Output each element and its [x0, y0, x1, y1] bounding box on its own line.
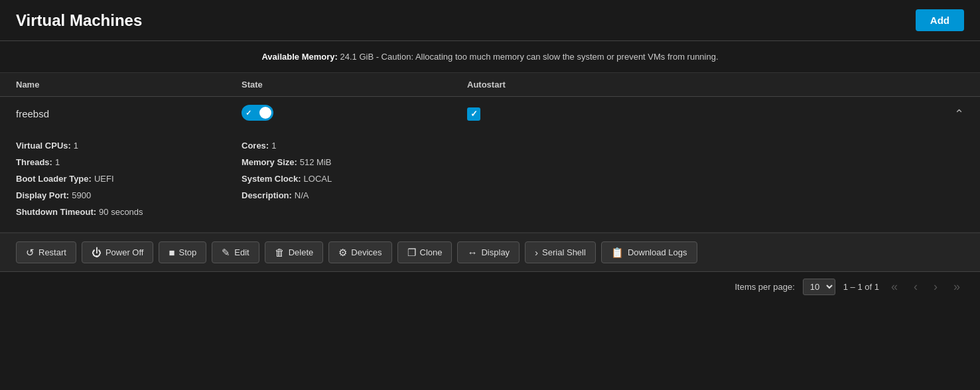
restart-label: Restart: [38, 247, 66, 257]
detail-row: Shutdown Timeout:90 seconds: [16, 205, 242, 219]
clone-button[interactable]: ❐Clone: [397, 241, 453, 263]
delete-label: Delete: [289, 247, 314, 257]
col-autostart: Autostart: [467, 80, 964, 90]
detail-value: 1: [55, 157, 60, 167]
serial-shell-button[interactable]: ›Serial Shell: [525, 241, 596, 263]
detail-value: 512 MiB: [300, 157, 332, 167]
detail-row: Display Port:5900: [16, 188, 242, 202]
pagination-next-button[interactable]: ›: [930, 279, 942, 295]
power-off-button[interactable]: ⏻Power Off: [82, 241, 154, 263]
vm-row-header[interactable]: freebsd ✓ ⌃: [0, 97, 980, 131]
devices-icon: ⚙: [338, 247, 347, 257]
detail-row: Cores:1: [242, 139, 467, 153]
stop-label: Stop: [179, 247, 197, 257]
edit-icon: ✎: [222, 247, 230, 257]
clone-icon: ❐: [407, 247, 416, 257]
display-icon: ↔: [467, 247, 477, 257]
memory-warning-label: Available Memory:: [261, 52, 337, 62]
detail-row: Threads:1: [16, 155, 242, 169]
detail-label: Memory Size:: [242, 157, 297, 167]
detail-value: 90 seconds: [99, 207, 143, 217]
col-name: Name: [16, 80, 242, 90]
memory-warning-text: 24.1 GiB - Caution: Allocating too much …: [340, 52, 718, 62]
detail-value: 5900: [72, 190, 91, 200]
detail-value: N/A: [295, 190, 309, 200]
page-header: Virtual Machines Add: [0, 0, 980, 41]
detail-label: System Clock:: [242, 174, 301, 184]
action-bar: ↺Restart⏻Power Off■Stop✎Edit🗑Delete⚙Devi…: [0, 233, 980, 272]
detail-label: Description:: [242, 190, 292, 200]
detail-row: Description:N/A: [242, 188, 467, 202]
toggle-thumb: [259, 107, 271, 119]
vm-autostart-checkbox[interactable]: [467, 107, 954, 121]
detail-label: Threads:: [16, 157, 52, 167]
download-logs-label: Download Logs: [628, 247, 687, 257]
power-off-icon: ⏻: [92, 247, 102, 257]
page-title: Virtual Machines: [16, 11, 142, 30]
vm-name: freebsd: [16, 108, 242, 119]
download-logs-button[interactable]: 📋Download Logs: [601, 241, 697, 263]
devices-label: Devices: [351, 247, 382, 257]
delete-icon: 🗑: [275, 247, 285, 257]
vm-state-toggle[interactable]: ✓: [242, 105, 467, 123]
serial-shell-icon: ›: [535, 247, 538, 257]
detail-label: Display Port:: [16, 190, 69, 200]
items-per-page-select[interactable]: 102550: [803, 279, 835, 295]
power-off-label: Power Off: [105, 247, 144, 257]
detail-label: Cores:: [242, 141, 269, 151]
serial-shell-label: Serial Shell: [542, 247, 586, 257]
detail-label: Boot Loader Type:: [16, 174, 92, 184]
restart-icon: ↺: [26, 247, 35, 257]
col-state: State: [242, 80, 467, 90]
toggle-checkmark: ✓: [245, 109, 251, 117]
detail-row: Virtual CPUs:1: [16, 139, 242, 153]
stop-button[interactable]: ■Stop: [159, 241, 206, 263]
devices-button[interactable]: ⚙Devices: [328, 241, 391, 263]
download-logs-icon: 📋: [611, 247, 624, 257]
chevron-up-icon: ⌃: [954, 107, 964, 121]
vm-details: Virtual CPUs:1Cores:1Threads:1Memory Siz…: [0, 131, 980, 232]
items-per-page-label: Items per page:: [735, 282, 794, 292]
detail-row: Memory Size:512 MiB: [242, 155, 467, 169]
detail-row: System Clock:LOCAL: [242, 172, 467, 186]
pagination-first-button[interactable]: «: [887, 279, 902, 295]
vm-row-freebsd: freebsd ✓ ⌃ Virtual CPUs:1Cores:1Threads…: [0, 97, 980, 233]
display-button[interactable]: ↔Display: [457, 241, 520, 263]
table-header: Name State Autostart: [0, 73, 980, 97]
detail-value: 1: [271, 141, 276, 151]
delete-button[interactable]: 🗑Delete: [265, 241, 324, 263]
detail-label: Virtual CPUs:: [16, 141, 71, 151]
detail-row: Boot Loader Type:UEFI: [16, 172, 242, 186]
detail-value: UEFI: [94, 174, 114, 184]
pagination-range: 1 – 1 of 1: [843, 282, 879, 292]
restart-button[interactable]: ↺Restart: [16, 241, 76, 263]
stop-icon: ■: [169, 247, 175, 257]
detail-value: 1: [74, 141, 78, 151]
pagination-prev-button[interactable]: ‹: [910, 279, 922, 295]
edit-button[interactable]: ✎Edit: [212, 241, 259, 263]
edit-label: Edit: [234, 247, 249, 257]
detail-value: LOCAL: [304, 174, 332, 184]
pagination-bar: Items per page: 102550 1 – 1 of 1 « ‹ › …: [0, 272, 980, 302]
add-button[interactable]: Add: [916, 9, 964, 31]
memory-warning-bar: Available Memory: 24.1 GiB - Caution: Al…: [0, 41, 980, 73]
display-label: Display: [481, 247, 510, 257]
clone-label: Clone: [420, 247, 443, 257]
detail-label: Shutdown Timeout:: [16, 207, 96, 217]
pagination-last-button[interactable]: »: [949, 279, 964, 295]
